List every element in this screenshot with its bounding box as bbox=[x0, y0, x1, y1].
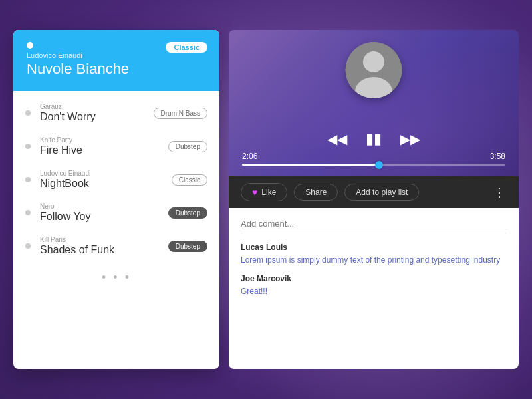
track-title: Follow Yoy bbox=[40, 211, 168, 223]
rewind-button[interactable]: ◀◀ bbox=[327, 132, 347, 146]
track-dot bbox=[25, 110, 31, 116]
add-to-playlist-button[interactable]: Add to play list bbox=[344, 184, 419, 201]
forward-button[interactable]: ▶▶ bbox=[400, 132, 420, 146]
player-section: ◀◀ ▮▮ ▶▶ 2:06 3:58 bbox=[229, 30, 519, 208]
track-title: NightBook bbox=[40, 178, 172, 190]
now-playing-dot bbox=[27, 42, 33, 49]
right-panel: ◀◀ ▮▮ ▶▶ 2:06 3:58 bbox=[229, 30, 519, 369]
comments-section: Lucas Louis Lorem ipsum is simply dummy … bbox=[229, 208, 519, 369]
now-playing-title: Nuvole Bianche bbox=[27, 61, 206, 78]
track-tag: Dubstep bbox=[168, 141, 207, 152]
now-playing-tag: Classic bbox=[166, 42, 207, 53]
track-dot bbox=[25, 144, 31, 149]
track-list: Garauz Don't Worry Drum N Bass Knife Par… bbox=[13, 91, 219, 369]
commenter-name: Lucas Louis bbox=[241, 243, 507, 252]
track-artist: Knife Party bbox=[40, 136, 168, 144]
track-tag: Dubstep bbox=[168, 241, 207, 252]
more-options-button[interactable]: ⋮ bbox=[493, 185, 507, 200]
share-button[interactable]: Share bbox=[294, 184, 338, 201]
share-label: Share bbox=[305, 188, 327, 197]
progress-bar[interactable] bbox=[242, 164, 505, 166]
add-to-playlist-label: Add to play list bbox=[356, 188, 408, 197]
player-background: ◀◀ ▮▮ ▶▶ 2:06 3:58 bbox=[229, 30, 519, 176]
track-item[interactable]: Nero Follow Yoy Dubstep bbox=[13, 196, 219, 229]
track-artist: Garauz bbox=[40, 103, 154, 110]
more-tracks-dots: • • • bbox=[13, 263, 219, 293]
left-panel: Ludovico Einaudi Nuvole Bianche Classic … bbox=[13, 30, 219, 369]
track-info: Garauz Don't Worry bbox=[40, 103, 154, 123]
total-time: 3:58 bbox=[490, 152, 505, 161]
comment-text: Lorem ipsum is simply dummy text of the … bbox=[241, 254, 507, 266]
track-dot bbox=[25, 210, 31, 215]
track-tag: Dubstep bbox=[168, 207, 207, 219]
current-time: 2:06 bbox=[242, 152, 257, 161]
now-playing-header: Ludovico Einaudi Nuvole Bianche Classic bbox=[13, 30, 219, 91]
track-dot bbox=[25, 243, 31, 249]
track-tag: Drum N Bass bbox=[154, 108, 207, 119]
like-label: Like bbox=[261, 188, 276, 197]
track-artist: Kill Paris bbox=[40, 236, 168, 243]
track-info: Kill Paris Shades of Funk bbox=[40, 236, 168, 256]
track-item[interactable]: Ludovico Einaudi NightBook Classic bbox=[13, 163, 219, 196]
pause-button[interactable]: ▮▮ bbox=[366, 132, 382, 146]
heart-icon: ♥ bbox=[252, 187, 257, 198]
track-info: Nero Follow Yoy bbox=[40, 203, 168, 223]
comment-block: Joe Marcovik Great!!! bbox=[241, 274, 507, 297]
track-dot bbox=[25, 177, 31, 182]
comment-text: Great!!! bbox=[241, 285, 507, 297]
main-container: Ludovico Einaudi Nuvole Bianche Classic … bbox=[13, 30, 519, 369]
comment-input[interactable] bbox=[241, 216, 507, 233]
track-item[interactable]: Garauz Don't Worry Drum N Bass bbox=[13, 96, 219, 130]
svg-point-1 bbox=[363, 51, 384, 72]
progress-fill bbox=[242, 164, 379, 166]
action-bar: ♥ Like Share Add to play list ⋮ bbox=[229, 176, 519, 208]
comment-block: Lucas Louis Lorem ipsum is simply dummy … bbox=[241, 243, 507, 266]
commenter-name: Joe Marcovik bbox=[241, 274, 507, 283]
track-info: Ludovico Einaudi NightBook bbox=[40, 170, 172, 190]
track-title: Don't Worry bbox=[40, 111, 154, 123]
track-item[interactable]: Knife Party Fire Hive Dubstep bbox=[13, 130, 219, 163]
track-artist: Nero bbox=[40, 203, 168, 210]
progress-thumb bbox=[375, 161, 383, 169]
avatar bbox=[346, 42, 402, 98]
player-controls: ◀◀ ▮▮ ▶▶ 2:06 3:58 bbox=[229, 132, 519, 176]
controls-row: ◀◀ ▮▮ ▶▶ bbox=[242, 132, 505, 146]
track-item[interactable]: Kill Paris Shades of Funk Dubstep bbox=[13, 229, 219, 263]
track-title: Shades of Funk bbox=[40, 244, 168, 256]
track-title: Fire Hive bbox=[40, 144, 168, 156]
like-button[interactable]: ♥ Like bbox=[241, 183, 287, 201]
track-info: Knife Party Fire Hive bbox=[40, 136, 168, 156]
track-tag: Classic bbox=[172, 174, 207, 186]
track-artist: Ludovico Einaudi bbox=[40, 170, 172, 177]
time-row: 2:06 3:58 bbox=[242, 152, 505, 161]
